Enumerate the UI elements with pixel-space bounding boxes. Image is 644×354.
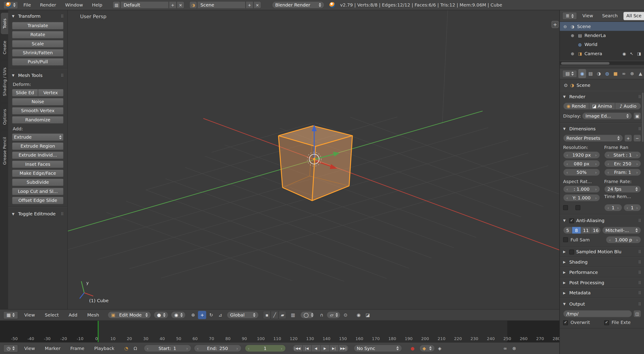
- scene-browse-icon[interactable]: ◑: [189, 1, 197, 9]
- expand-icon[interactable]: ▶: [563, 281, 567, 284]
- snap-target-button[interactable]: ⊙: [342, 311, 350, 319]
- filter-size-field[interactable]: ‹1.000 p›: [606, 236, 641, 243]
- frame-start-field[interactable]: ‹ Start: 1 ›: [144, 344, 191, 352]
- output-path-field[interactable]: /tmp/: [563, 310, 632, 317]
- expander-icon[interactable]: ⊕: [570, 33, 576, 38]
- slide-vertex-button[interactable]: Vertex: [38, 89, 64, 97]
- tl-menu-marker[interactable]: Marker: [40, 346, 65, 351]
- shelf-tab-grease-pencil[interactable]: Grease Pencil: [1, 131, 8, 171]
- drag-dots-icon[interactable]: ⠿: [61, 73, 64, 78]
- collapse-icon[interactable]: ▼: [12, 74, 16, 77]
- vp-menu-view[interactable]: View: [20, 312, 40, 318]
- render-panel-header[interactable]: ▼ Render ⠿: [563, 93, 641, 101]
- vp-menu-mesh[interactable]: Mesh: [83, 312, 104, 318]
- viewport-shading-dropdown[interactable]: ●: [154, 311, 168, 319]
- drag-dots-icon[interactable]: ⠿: [61, 14, 64, 18]
- aa-samples-11-button[interactable]: 11: [581, 227, 591, 234]
- folder-browse-icon[interactable]: ◫: [633, 310, 641, 317]
- render-restrict-icon[interactable]: ◨: [636, 51, 642, 56]
- snap-element-dropdown[interactable]: ▱: [327, 311, 340, 319]
- manipulator-rotate-button[interactable]: ↻: [207, 311, 215, 319]
- dimensions-panel-header[interactable]: ▼ Dimensions ⠿: [563, 125, 641, 133]
- tab-render[interactable]: ◉: [578, 69, 586, 78]
- outliner-row-world[interactable]: ◍ World: [560, 40, 644, 49]
- aa-samples-5-button[interactable]: 5: [563, 227, 572, 234]
- audio-button[interactable]: ♪ Audio: [615, 102, 641, 110]
- frame-step-field[interactable]: ‹Fram: 1›: [604, 168, 641, 176]
- outliner-scrollbar[interactable]: [560, 61, 644, 65]
- tab-constraints[interactable]: ∞: [620, 69, 628, 78]
- shelf-tab-shading-uvs[interactable]: Shading / UVs: [1, 61, 8, 102]
- tl-menu-view[interactable]: View: [20, 346, 40, 351]
- current-frame-indicator[interactable]: [98, 321, 98, 342]
- vp-menu-add[interactable]: Add: [64, 312, 82, 318]
- expander-icon[interactable]: ⊕: [570, 51, 576, 56]
- play-button[interactable]: ▶: [321, 344, 330, 352]
- loop-cut-button[interactable]: Loop Cut and Sl...: [12, 188, 64, 195]
- info-editor-type-button[interactable]: [3, 1, 18, 9]
- anti-aliasing-panel-header[interactable]: ▼ ✓ Anti-Aliasing ⠿: [563, 217, 641, 225]
- resolution-x-field[interactable]: ‹1920 px›: [563, 151, 600, 159]
- time-remap-new-field[interactable]: ‹1›: [623, 204, 641, 211]
- keying-unlink-button[interactable]: ⊗: [510, 344, 518, 352]
- collapse-icon[interactable]: ▼: [12, 212, 16, 216]
- anti-aliasing-checkbox[interactable]: ✓: [569, 218, 574, 223]
- cube-left-face[interactable]: [278, 136, 316, 201]
- tl-menu-frame[interactable]: Frame: [66, 346, 89, 351]
- drag-dots-icon[interactable]: ⠿: [638, 95, 641, 99]
- menu-render[interactable]: Render: [36, 2, 60, 8]
- viewport-editor-type-button[interactable]: ▦: [3, 311, 18, 319]
- remove-preset-button[interactable]: −: [633, 134, 641, 142]
- vertex-select-button[interactable]: ▪: [263, 311, 271, 319]
- menu-file[interactable]: File: [19, 2, 36, 8]
- tab-render-layers[interactable]: ▤: [587, 69, 594, 78]
- outliner-row-camera[interactable]: ⊕ ◨ Camera ◉ ↖ ◨: [560, 49, 644, 58]
- opengl-animation-button[interactable]: ◪: [364, 311, 372, 319]
- crop-checkbox[interactable]: [576, 205, 580, 210]
- play-reverse-button[interactable]: ◀: [312, 344, 320, 352]
- render-presets-dropdown[interactable]: Render Presets: [563, 134, 623, 142]
- manipulator-toggle-button[interactable]: ⊕: [189, 311, 198, 319]
- screen-layout-field[interactable]: Default: [120, 1, 169, 9]
- aspect-x-field[interactable]: ‹: 1.000›: [563, 186, 600, 193]
- extrude-dropdown[interactable]: Extrude: [12, 133, 64, 141]
- outliner-row-renderlayers[interactable]: ⊕ ▤ RenderLa: [560, 31, 644, 40]
- extrude-individual-button[interactable]: Extrude Individ...: [12, 151, 64, 159]
- lock-time-cursor-button[interactable]: Ω: [131, 344, 140, 352]
- manipulator-scale-button[interactable]: ⊿: [216, 311, 224, 319]
- frame-rate-dropdown[interactable]: 24 fps: [604, 186, 641, 193]
- delete-scene-button[interactable]: ×: [254, 1, 261, 9]
- timeline-ruler[interactable]: -50-40-30-20-100102030405060708090100110…: [0, 321, 559, 342]
- drag-dots-icon[interactable]: ⠿: [61, 212, 64, 216]
- selectability-icon[interactable]: ↖: [629, 51, 634, 56]
- translate-button[interactable]: Translate: [12, 22, 64, 30]
- animation-button[interactable]: ◪ Anima: [589, 102, 615, 110]
- av-sync-dropdown[interactable]: No Sync: [353, 344, 402, 352]
- drag-dots-icon[interactable]: ⠿: [638, 291, 641, 295]
- frame-end-field[interactable]: ‹En: 250›: [604, 160, 641, 167]
- expand-region-button[interactable]: +: [552, 21, 559, 28]
- menu-help[interactable]: Help: [88, 2, 107, 8]
- offset-edge-slide-button[interactable]: Offset Edge Slide: [12, 197, 64, 204]
- metadata-panel-header[interactable]: ▶ Metadata ⠿: [563, 289, 641, 297]
- mesh-tools-panel-header[interactable]: ▼ Mesh Tools ⠿: [12, 72, 64, 79]
- outliner-editor-type-button[interactable]: ≣: [562, 12, 577, 20]
- drag-dots-icon[interactable]: ⠿: [638, 127, 641, 131]
- drag-dots-icon[interactable]: ⠿: [638, 260, 641, 264]
- tl-menu-playback[interactable]: Playback: [90, 346, 119, 351]
- drag-dots-icon[interactable]: ⠿: [638, 280, 641, 285]
- render-engine-dropdown[interactable]: Blender Render: [272, 1, 324, 9]
- mode-dropdown[interactable]: ▣ Edit Mode: [108, 311, 151, 319]
- collapse-icon[interactable]: ▼: [563, 219, 567, 222]
- pin-icon[interactable]: ⊙: [564, 82, 568, 88]
- viewport-3d[interactable]: y User Persp (1) Cube +: [68, 10, 559, 309]
- collapse-icon[interactable]: ▼: [563, 127, 567, 131]
- properties-scrollbar[interactable]: [642, 92, 644, 142]
- drag-dots-icon[interactable]: ⠿: [638, 250, 641, 254]
- outliner-filter-dropdown[interactable]: All Sce: [624, 12, 644, 20]
- auto-keyframe-record-button[interactable]: ●: [408, 344, 417, 352]
- collapse-icon[interactable]: ▼: [563, 95, 567, 98]
- vp-menu-select[interactable]: Select: [40, 312, 64, 318]
- drag-dots-icon[interactable]: ⠿: [638, 302, 641, 306]
- aa-samples-8-button[interactable]: 8: [572, 227, 581, 234]
